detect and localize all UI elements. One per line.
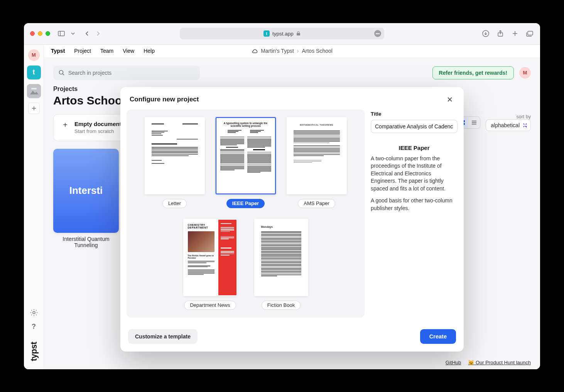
- gear-icon[interactable]: [29, 308, 39, 317]
- workspace-area: Typst Project Team View Help Martin's Ty…: [44, 45, 540, 369]
- template-letter-preview: [145, 117, 205, 194]
- template-desc-2: A good basis for other two-column publis…: [371, 197, 458, 212]
- sidebar-toggle-icon[interactable]: [57, 29, 66, 38]
- modal-overlay: Configure new project: [44, 45, 540, 369]
- template-fiction-chip[interactable]: Fiction Book: [262, 301, 301, 310]
- browser-actions: [481, 29, 534, 38]
- minimize-window-button[interactable]: [38, 31, 42, 36]
- app-rail: M t ? Typst: [24, 45, 44, 369]
- template-ams-preview: MATHEMATICAL THEOREMS: [287, 117, 347, 194]
- template-letter[interactable]: Letter: [145, 117, 205, 208]
- template-name: IEEE Paper: [371, 145, 458, 151]
- tabs-overview-icon[interactable]: [525, 29, 534, 38]
- modal-footer: Customize a template Create: [120, 324, 464, 352]
- svg-rect-0: [58, 31, 64, 36]
- browser-window: t typst.app ••• M t: [24, 23, 540, 369]
- workspace-tile-typst[interactable]: t: [27, 66, 41, 79]
- svg-point-14: [33, 311, 35, 314]
- template-letter-chip[interactable]: Letter: [162, 199, 187, 208]
- workspace-tile-image[interactable]: [27, 84, 41, 98]
- fullscreen-window-button[interactable]: [46, 31, 50, 36]
- close-window-button[interactable]: [30, 31, 35, 36]
- webapp: M t ? Typst Typst Project Team View Help: [24, 45, 540, 369]
- modal-body: Letter A typesetting system to untangle …: [120, 109, 464, 324]
- title-input[interactable]: [371, 120, 458, 133]
- address-bar[interactable]: t typst.app •••: [180, 28, 384, 39]
- chevron-down-icon[interactable]: [69, 29, 77, 38]
- create-button[interactable]: Create: [420, 329, 456, 344]
- svg-rect-8: [528, 31, 533, 35]
- template-ams-chip[interactable]: AMS Paper: [298, 199, 335, 208]
- customize-template-button[interactable]: Customize a template: [128, 329, 198, 344]
- back-button-icon[interactable]: [83, 29, 91, 38]
- window-controls: [30, 31, 50, 36]
- downloads-icon[interactable]: [481, 29, 490, 38]
- help-icon[interactable]: ?: [29, 322, 39, 331]
- close-icon[interactable]: [445, 95, 454, 104]
- address-text: typst.app: [272, 31, 294, 37]
- title-label: Title: [371, 111, 458, 117]
- typst-logo: Typst: [29, 336, 39, 364]
- template-ieee[interactable]: A typesetting system to untangle the sci…: [216, 117, 276, 208]
- template-desc-1: A two-column paper from the proceedings …: [371, 155, 458, 193]
- add-workspace-button[interactable]: [28, 103, 40, 114]
- template-dept-preview: CHEMISTRY DEPARTMENT The Biofus Award go…: [183, 219, 237, 296]
- lock-icon: [296, 31, 301, 36]
- template-ieee-preview: A typesetting system to untangle the sci…: [216, 117, 276, 194]
- browser-chrome: t typst.app •••: [24, 23, 540, 45]
- forward-button-icon: [94, 29, 103, 38]
- share-icon[interactable]: [496, 29, 505, 38]
- modal-sidebar: Title IEEE Paper A two-column paper from…: [371, 109, 458, 318]
- template-department-news[interactable]: CHEMISTRY DEPARTMENT The Biofus Award go…: [180, 219, 240, 310]
- new-tab-icon[interactable]: [511, 29, 519, 38]
- template-fiction-preview: Mondays: [254, 219, 308, 296]
- configure-project-modal: Configure new project: [120, 87, 464, 352]
- template-ams[interactable]: MATHEMATICAL THEOREMS AMS Paper: [287, 117, 347, 208]
- template-gallery: Letter A typesetting system to untangle …: [127, 109, 365, 318]
- modal-header: Configure new project: [120, 87, 464, 109]
- template-fiction-book[interactable]: Mondays Fiction Book: [251, 219, 311, 310]
- reader-mode-icon[interactable]: •••: [374, 30, 381, 37]
- template-ieee-chip[interactable]: IEEE Paper: [226, 199, 265, 208]
- svg-rect-11: [31, 88, 37, 89]
- template-dept-chip[interactable]: Department News: [184, 301, 236, 310]
- modal-title: Configure new project: [130, 96, 199, 103]
- site-favicon: t: [263, 30, 270, 37]
- avatar[interactable]: M: [28, 49, 40, 61]
